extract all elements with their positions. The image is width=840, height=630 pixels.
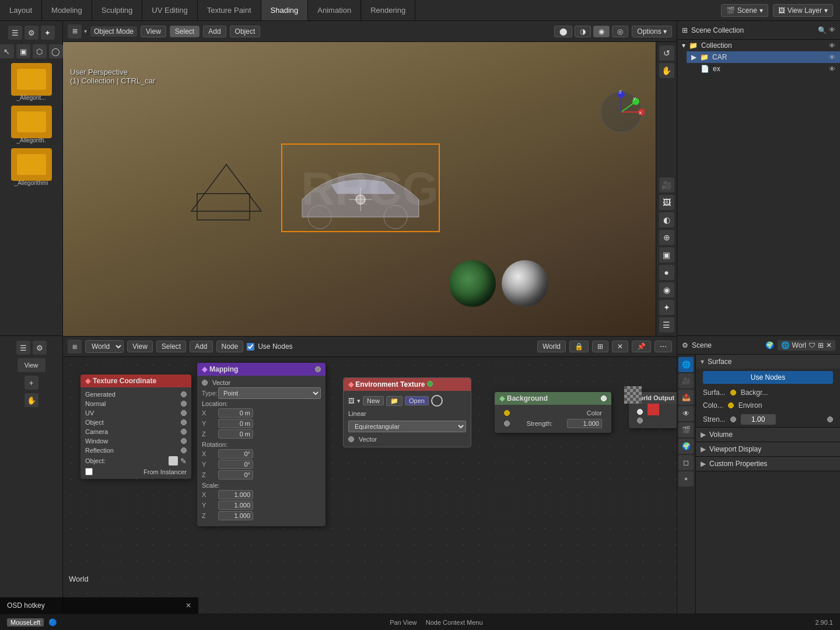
- ne-pan[interactable]: ✋: [24, 393, 38, 407]
- props-tab-output[interactable]: 📤: [678, 390, 694, 405]
- env-vector-in[interactable]: [348, 436, 354, 442]
- vp-shading-icon1[interactable]: ⬤: [554, 26, 572, 37]
- outliner-filter-icon[interactable]: 🔍: [818, 26, 827, 34]
- props-tab-world2[interactable]: 🌍: [678, 439, 694, 454]
- vp-shading-rendered[interactable]: ✦: [659, 300, 674, 315]
- tab-layout[interactable]: Layout: [0, 0, 42, 20]
- ne-view-btn[interactable]: View: [127, 341, 153, 352]
- tab-shading[interactable]: Shading: [261, 0, 309, 20]
- env-folder-btn[interactable]: 📁: [386, 396, 402, 406]
- vp-shading-solid[interactable]: ●: [659, 265, 674, 280]
- mapping-loc-x-input[interactable]: [218, 408, 253, 418]
- tc-eye-icon[interactable]: ✎: [180, 457, 187, 466]
- props-vp-display-header[interactable]: ▶ Viewport Display: [696, 442, 840, 456]
- ne-tool-1[interactable]: ☰: [16, 341, 30, 355]
- vp-extras[interactable]: ☰: [659, 317, 674, 332]
- ne-close-icon[interactable]: ✕: [612, 341, 628, 352]
- props-tab-particles[interactable]: ⚬: [678, 471, 694, 487]
- bg-background-out[interactable]: [601, 396, 607, 401]
- node-canvas[interactable]: ◆ Texture Coordinate Generated Normal: [63, 357, 677, 630]
- background-node[interactable]: ◆ Background Color: [495, 392, 611, 433]
- ne-copy-icon[interactable]: ⊞: [592, 341, 608, 352]
- outliner-item-ex[interactable]: 📄 ex 👁: [696, 63, 840, 75]
- bg-color-in[interactable]: [504, 410, 510, 416]
- ne-select-btn[interactable]: Select: [156, 341, 186, 352]
- props-tab-render[interactable]: 🎥: [678, 373, 694, 388]
- tool-icon-1[interactable]: ☰: [8, 26, 22, 40]
- vp-camera-view[interactable]: 🎥: [659, 177, 674, 192]
- tc-normal-socket[interactable]: [181, 401, 187, 407]
- ne-use-nodes-checkbox[interactable]: [247, 343, 254, 351]
- tc-reflection-socket[interactable]: [181, 447, 187, 453]
- props-surface-header[interactable]: ▾ Surface: [696, 355, 840, 369]
- mapping-loc-y-input[interactable]: [218, 419, 253, 428]
- tc-window-socket[interactable]: [181, 438, 187, 444]
- vp-shading-icon4[interactable]: ◎: [612, 26, 628, 37]
- vp-shading-icon3[interactable]: ◉: [593, 26, 610, 37]
- env-projection-select[interactable]: Equirectangular: [348, 421, 466, 432]
- tab-texture-paint[interactable]: Texture Paint: [198, 0, 261, 20]
- tab-modeling[interactable]: Modeling: [42, 0, 92, 20]
- mapping-rot-x-input[interactable]: [218, 449, 253, 459]
- tc-camera-socket[interactable]: [181, 429, 187, 435]
- tab-sculpting[interactable]: Sculpting: [92, 0, 142, 20]
- tool-icon-2[interactable]: ⚙: [24, 26, 38, 40]
- mapping-rot-z-input[interactable]: [218, 470, 253, 480]
- osd-close[interactable]: ✕: [186, 601, 191, 610]
- tool-icon-3[interactable]: ✦: [41, 26, 55, 40]
- texture-coord-node[interactable]: ◆ Texture Coordinate Generated Normal: [80, 374, 191, 479]
- ne-type-select[interactable]: World: [85, 340, 124, 353]
- mapping-scale-z-input[interactable]: [218, 511, 253, 520]
- ne-tool-2[interactable]: ⚙: [33, 341, 47, 355]
- mapping-node[interactable]: ◆ Mapping Vector Type: [197, 363, 326, 526]
- folder-allegorith-2[interactable]: [11, 106, 52, 138]
- props-volume-header[interactable]: ▶ Volume: [696, 428, 840, 442]
- scene-selector[interactable]: 🎬 Scene ▾: [721, 4, 768, 17]
- mapping-vector-in-socket[interactable]: [202, 380, 208, 386]
- vp-shading-icon2[interactable]: ◑: [575, 26, 591, 37]
- bg-strength-value[interactable]: 1.000: [567, 419, 602, 428]
- viewlayer-selector[interactable]: 🖼 View Layer ▾: [773, 4, 833, 17]
- props-copy-icon[interactable]: ⊞: [818, 341, 824, 349]
- ne-node-btn[interactable]: Node: [216, 341, 244, 352]
- vp-add-btn[interactable]: Add: [203, 26, 226, 37]
- outliner-item-car[interactable]: ▶ 📁 CAR 👁: [687, 51, 840, 63]
- vp-shading-toggle[interactable]: ◐: [659, 212, 674, 228]
- mapping-scale-x-input[interactable]: [218, 490, 253, 499]
- outliner-eye-icon[interactable]: 👁: [829, 26, 835, 34]
- folder-allegorith-3[interactable]: [11, 148, 52, 181]
- vp-options[interactable]: Options ▾: [632, 26, 672, 37]
- outliner-item-collection[interactable]: ▾ 📁 Collection 👁: [677, 40, 840, 51]
- tc-uv-socket[interactable]: [181, 410, 187, 416]
- vp-overlay-toggle[interactable]: ⊕: [659, 230, 674, 245]
- mapping-loc-z-input[interactable]: [218, 429, 253, 439]
- tc-generated-socket[interactable]: [181, 391, 187, 397]
- car-eye[interactable]: 👁: [829, 54, 835, 61]
- env-new-btn[interactable]: New: [363, 396, 384, 405]
- vp-rotate-tool[interactable]: ↺: [659, 46, 674, 61]
- props-tab-world[interactable]: 🌐: [678, 357, 694, 372]
- ne-pin-icon[interactable]: 📌: [632, 341, 651, 352]
- props-close-icon[interactable]: ✕: [826, 341, 832, 349]
- ne-extra-icon[interactable]: ⋯: [654, 341, 672, 352]
- navigation-gizmo[interactable]: X Y Z: [598, 89, 645, 135]
- mapping-rot-y-input[interactable]: [218, 460, 253, 469]
- env-texture-node[interactable]: ◆ Environment Texture 🖼 ▾ New 📁 Open: [343, 377, 471, 447]
- vp-object-btn[interactable]: Object: [230, 26, 261, 37]
- use-nodes-btn[interactable]: Use Nodes: [703, 371, 833, 384]
- tab-animation[interactable]: Animation: [308, 0, 361, 20]
- collection-eye[interactable]: 👁: [829, 42, 835, 49]
- tab-rendering[interactable]: Rendering: [361, 0, 415, 20]
- props-tab-object[interactable]: ◻: [678, 455, 694, 470]
- tool-select[interactable]: ↖: [0, 44, 14, 58]
- wo-volume-socket[interactable]: [637, 418, 643, 424]
- vp-shading-material[interactable]: ◉: [659, 282, 674, 298]
- strength-value[interactable]: 1.00: [741, 414, 776, 425]
- ne-world-label[interactable]: World: [537, 341, 566, 352]
- tc-from-instancer-check[interactable]: [85, 468, 93, 475]
- vp-render-view[interactable]: 🖼: [659, 195, 674, 210]
- ne-zoom-in[interactable]: +: [24, 376, 38, 390]
- tool-circle[interactable]: ◯: [49, 44, 63, 58]
- env-open-btn[interactable]: Open: [405, 396, 429, 405]
- mapping-scale-y-input[interactable]: [218, 501, 253, 510]
